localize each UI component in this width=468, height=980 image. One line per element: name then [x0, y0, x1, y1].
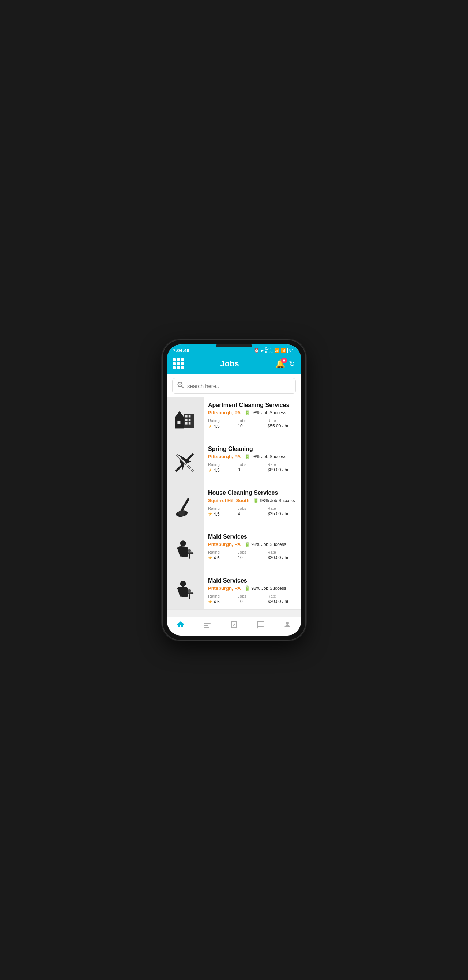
rating-value-2: ★4.5	[208, 467, 238, 473]
stat-rate-4: Rate $20.00 / hr	[267, 550, 297, 561]
job-location-1: Pittsburgh, PA	[208, 410, 240, 415]
job-location-row-2: Pittsburgh, PA 🔋 98% Job Success	[208, 454, 297, 459]
nav-list[interactable]	[194, 620, 220, 631]
clipboard-icon	[229, 620, 239, 631]
star-icon-2: ★	[208, 467, 212, 473]
job-card-content-5: Maid Services Pittsburgh, PA 🔋 98% Job S…	[204, 573, 301, 609]
notification-bell[interactable]: 🔔 0	[275, 359, 285, 369]
jobs-value-2: 9	[238, 467, 267, 473]
job-location-2: Pittsburgh, PA	[208, 454, 240, 459]
svg-rect-33	[204, 627, 209, 628]
job-location-row-1: Pittsburgh, PA 🔋 98% Job Success	[208, 410, 297, 415]
jobs-value-1: 10	[238, 423, 267, 429]
job-card-3[interactable]: House Cleaning Services Squirrel Hill So…	[167, 485, 301, 529]
stat-rate-3: Rate $25.00 / hr	[267, 506, 297, 517]
wifi-icon: 📶	[274, 348, 279, 353]
notification-badge: 0	[281, 358, 287, 363]
svg-point-20	[180, 541, 186, 546]
job-title-1: Apartment Cleaning Services	[208, 402, 297, 409]
grid-menu-button[interactable]	[173, 358, 184, 369]
jobs-label-4: Jobs	[238, 550, 267, 554]
alarm-icon: ⏰	[254, 348, 259, 353]
jobs-value-3: 4	[238, 511, 267, 516]
jobs-value-4: 10	[238, 555, 267, 560]
rating-value-5: ★4.5	[208, 599, 238, 605]
job-icon-maid-5	[167, 573, 204, 609]
jobs-value-5: 10	[238, 599, 267, 604]
svg-rect-32	[204, 625, 209, 626]
success-text-1: 98% Job Success	[251, 410, 286, 415]
app-header: Jobs 🔔 0 ↻	[167, 355, 301, 374]
jobs-label-3: Jobs	[238, 506, 267, 511]
phone-frame: 7:04:46 ⏰ ▶ 0.44KB/S 📶 📶 87 Jobs 🔔 0	[163, 340, 305, 640]
stat-rating-5: Rating ★4.5	[208, 594, 238, 605]
search-input[interactable]	[187, 383, 291, 389]
job-location-3: Squirrel Hill South	[208, 498, 249, 503]
svg-rect-24	[188, 551, 192, 553]
rating-label-5: Rating	[208, 594, 238, 598]
job-card-2[interactable]: Spring Cleaning Pittsburgh, PA 🔋 98% Job…	[167, 441, 301, 485]
success-text-4: 98% Job Success	[251, 542, 286, 547]
search-container	[167, 374, 301, 398]
stat-jobs-4: Jobs 10	[238, 550, 267, 561]
stat-jobs-2: Jobs 9	[238, 462, 267, 473]
nav-home[interactable]	[167, 620, 194, 631]
rating-label-3: Rating	[208, 506, 238, 511]
job-location-row-3: Squirrel Hill South 🔋 98% Job Success	[208, 498, 297, 503]
rate-value-1: $55.00 / hr	[267, 423, 297, 429]
home-icon	[176, 620, 185, 631]
job-success-5: 🔋 98% Job Success	[244, 585, 286, 591]
svg-point-2	[179, 383, 181, 385]
stat-jobs-1: Jobs 10	[238, 418, 267, 429]
stat-rate-2: Rate $89.00 / hr	[267, 462, 297, 473]
success-badge-icon-2: 🔋	[244, 454, 250, 459]
stat-rating-4: Rating ★4.5	[208, 550, 238, 561]
job-stats-2: Rating ★4.5 Jobs 9 Rate $89.00 / hr	[208, 462, 297, 473]
status-time: 7:04:46	[173, 348, 189, 353]
job-location-row-5: Pittsburgh, PA 🔋 98% Job Success	[208, 585, 297, 591]
refresh-icon[interactable]: ↻	[289, 360, 295, 368]
svg-rect-12	[189, 422, 191, 425]
job-card-5[interactable]: Maid Services Pittsburgh, PA 🔋 98% Job S…	[167, 573, 301, 609]
nav-profile[interactable]	[274, 620, 301, 631]
rating-value-3: ★4.5	[208, 511, 238, 517]
svg-point-28	[188, 589, 191, 592]
rating-value-4: ★4.5	[208, 555, 238, 561]
svg-rect-10	[189, 419, 191, 421]
page-title: Jobs	[220, 359, 239, 369]
rating-label-2: Rating	[208, 462, 238, 466]
job-title-2: Spring Cleaning	[208, 446, 297, 452]
job-title-3: House Cleaning Services	[208, 490, 297, 496]
stat-rate-5: Rate $20.00 / hr	[267, 594, 297, 605]
success-text-5: 98% Job Success	[251, 586, 286, 591]
job-card-1[interactable]: Apartment Cleaning Services Pittsburgh, …	[167, 398, 301, 441]
stat-rate-1: Rate $55.00 / hr	[267, 418, 297, 429]
svg-rect-9	[185, 419, 188, 421]
speed-text: 0.44KB/S	[265, 347, 273, 354]
rating-value-1: ★4.5	[208, 423, 238, 429]
svg-rect-18	[180, 498, 190, 512]
job-stats-5: Rating ★4.5 Jobs 10 Rate $20.00 / hr	[208, 594, 297, 605]
rate-value-3: $25.00 / hr	[267, 511, 297, 516]
job-card-4[interactable]: Maid Services Pittsburgh, PA 🔋 98% Job S…	[167, 529, 301, 573]
job-success-2: 🔋 98% Job Success	[244, 454, 286, 459]
rate-label-3: Rate	[267, 506, 297, 511]
job-stats-1: Rating ★4.5 Jobs 10 Rate $55.00 / hr	[208, 418, 297, 429]
job-icon-maid-4	[167, 529, 204, 573]
svg-line-1	[182, 386, 183, 388]
svg-point-25	[180, 581, 186, 587]
rate-label-1: Rate	[267, 418, 297, 423]
job-card-content-4: Maid Services Pittsburgh, PA 🔋 98% Job S…	[204, 529, 301, 573]
rate-value-4: $20.00 / hr	[267, 555, 297, 560]
star-icon-1: ★	[208, 423, 212, 429]
nav-chat[interactable]	[248, 620, 274, 631]
job-location-5: Pittsburgh, PA	[208, 585, 240, 591]
jobs-label-5: Jobs	[238, 594, 267, 598]
stat-jobs-5: Jobs 10	[238, 594, 267, 605]
job-title-4: Maid Services	[208, 533, 297, 540]
rate-label-2: Rate	[267, 462, 297, 466]
svg-rect-11	[185, 422, 188, 425]
svg-rect-5	[177, 420, 180, 424]
job-icon-apartment	[167, 398, 204, 441]
nav-tasks[interactable]	[220, 620, 247, 631]
